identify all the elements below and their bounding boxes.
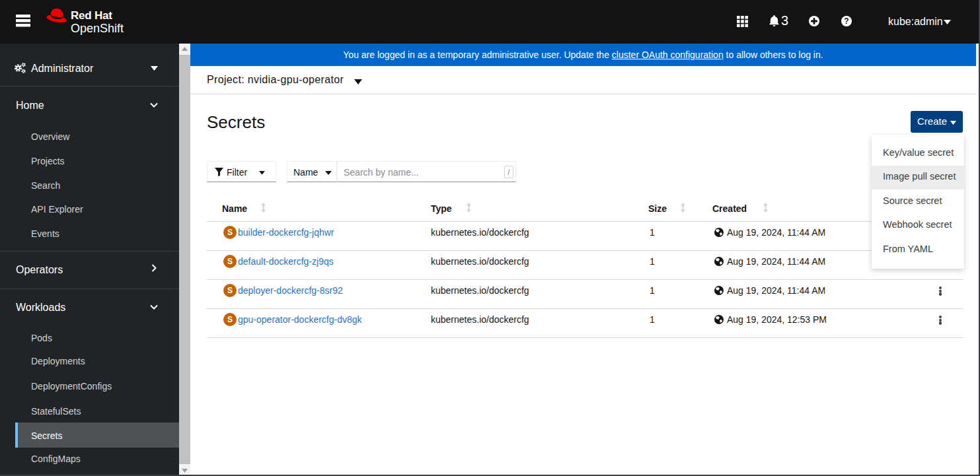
svg-text:?: ?: [844, 17, 848, 26]
